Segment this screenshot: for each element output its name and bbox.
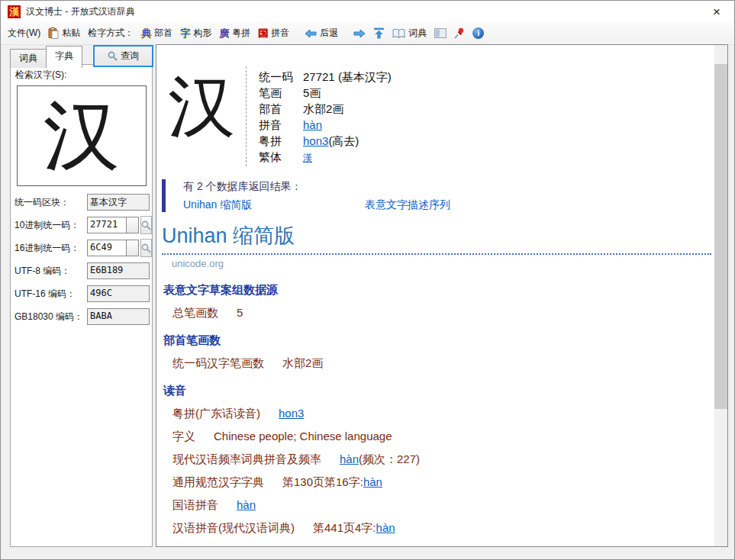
dictionary-button[interactable]: 词典 (388, 24, 430, 42)
database-results: 有 2 个数据库返回结果： Unihan 缩简版 表意文字描述序列 (162, 179, 714, 212)
data-row: 通用规范汉字字典第130页第16字:hàn (172, 475, 714, 489)
forward-arrow-icon (353, 29, 366, 38)
toggle-panel-button[interactable] (430, 26, 450, 40)
go-top-button[interactable] (369, 25, 388, 41)
stepper-buttons (126, 217, 139, 233)
result-count-note: 有 2 个数据库返回结果： (183, 179, 450, 193)
close-button[interactable]: × (699, 1, 734, 22)
field-label: GB18030 编码： (15, 311, 87, 323)
window-title: 汉文博士 - 开放式汉语辞典 (26, 5, 135, 18)
tab-cidian[interactable]: 词典 (10, 49, 47, 68)
field-label: 拼音 (259, 117, 303, 133)
field-label: 部首 (259, 101, 303, 117)
row-label: 国语拼音 (172, 498, 218, 511)
stepper-down-button[interactable] (127, 225, 138, 233)
mode-structure-button[interactable]: 字 构形 (176, 24, 215, 42)
field-value: 水部2画 (303, 102, 343, 115)
forward-button[interactable] (350, 27, 369, 40)
reading-link[interactable]: hàn (237, 498, 256, 511)
hex-code-input[interactable]: 6C49 (87, 240, 126, 256)
row-label: 字义 (172, 430, 195, 443)
mode-structure-label: 构形 (193, 27, 211, 40)
mode-jyutping-button[interactable]: 廣 粤拼 (215, 24, 254, 42)
result-panel: 汉 统一码27721 (基本汉字) 笔画5画 部首水部2画 拼音hàn 粤拼ho… (156, 44, 728, 547)
row-label: 通用规范汉字字典 (172, 475, 264, 488)
panel-layout-icon (434, 28, 446, 38)
lookup-decimal-button[interactable] (140, 216, 152, 234)
web-search-button[interactable] (293, 31, 301, 36)
stepper-up-button[interactable] (127, 217, 138, 225)
row-value: 水部2画 (282, 356, 323, 369)
search-mode-label: 检字方式： (84, 24, 137, 42)
pin-button[interactable] (450, 25, 469, 41)
section-heading-readings: 读音 (163, 384, 714, 397)
row-label: 汉语拼音(现代汉语词典) (172, 521, 295, 534)
gb18030-field[interactable]: BABA (87, 308, 150, 325)
decimal-code-input[interactable]: 27721 (87, 217, 126, 233)
file-menu-label: 文件(W) (8, 27, 40, 40)
article-source[interactable]: unicode.org (172, 258, 714, 269)
field-label: 10进制统一码： (15, 219, 87, 232)
stepper-up-button[interactable] (127, 240, 138, 248)
search-icon (108, 51, 118, 61)
mode-radical-button[interactable]: 典 部首 (137, 24, 176, 42)
result-link-ids[interactable]: 表意文字描述序列 (365, 198, 450, 212)
scroll-up-button[interactable] (714, 47, 727, 60)
scrollbar-thumb[interactable] (714, 64, 727, 409)
reading-link[interactable]: hàn (376, 521, 395, 534)
data-row: 粤拼(广东话读音)hon3 (172, 406, 714, 420)
field-label: UTF-16 编码： (15, 288, 87, 301)
result-link-unihan[interactable]: Unihan 缩简版 (183, 198, 252, 211)
article-title: Unihan 缩简版 (162, 222, 711, 255)
mode-pinyin-label: 拼音 (271, 27, 289, 40)
maximize-button[interactable] (664, 1, 699, 22)
unicode-block-field[interactable]: 基本汉字 (87, 194, 150, 211)
result-body: 有 2 个数据库返回结果： Unihan 缩简版 表意文字描述序列 (183, 179, 450, 212)
field-label: 统一码区块： (15, 196, 87, 209)
mode-pinyin-button[interactable]: 国 拼音 (254, 24, 293, 42)
zi-icon: 字 (180, 28, 190, 38)
back-dropdown-button[interactable] (342, 31, 350, 36)
row-label: 总笔画数 (172, 306, 218, 319)
row-post: (频次：227) (359, 452, 420, 465)
query-button[interactable]: 查询 (93, 45, 153, 67)
pinyin-link[interactable]: hàn (303, 118, 322, 131)
vertical-scrollbar[interactable] (714, 45, 727, 546)
character-header: 汉 统一码27721 (基本汉字) 笔画5画 部首水部2画 拼音hàn 粤拼ho… (162, 65, 714, 166)
back-button[interactable]: 后退 (301, 24, 342, 42)
minimize-button[interactable] (629, 1, 664, 22)
paste-label: 粘贴 (62, 27, 80, 40)
tab-zidian[interactable]: 字典 (46, 46, 82, 68)
header-divider (246, 66, 247, 166)
stepper-buttons (126, 240, 139, 256)
row-pre: 第130页第16字: (282, 475, 363, 488)
close-icon: × (713, 5, 720, 18)
data-row: 总笔画数5 (172, 305, 714, 320)
search-char-label: 检索汉字(S): (15, 69, 152, 82)
lookup-hex-button[interactable] (140, 239, 152, 257)
stepper-down-button[interactable] (127, 248, 138, 256)
about-button[interactable]: i (469, 25, 488, 41)
header-row-pinyin: 拼音hàn (259, 117, 392, 133)
app-icon: 漢 (8, 5, 21, 18)
field-utf16: UTF-16 编码： 496C (15, 285, 150, 302)
traditional-form-link[interactable]: 漢 (303, 153, 312, 163)
window-controls: × (629, 1, 734, 22)
reading-link[interactable]: hàn (363, 475, 382, 488)
top-arrow-icon (373, 27, 385, 39)
scroll-down-button[interactable] (714, 532, 727, 545)
utf16-field[interactable]: 496C (87, 285, 150, 302)
reading-link[interactable]: hon3 (279, 407, 304, 420)
section-heading-radical-strokes: 部首笔画数 (163, 333, 714, 347)
file-menu-button[interactable]: 文件(W) (4, 24, 44, 42)
paste-button[interactable]: 粘贴 (44, 24, 84, 42)
data-row: 字义Chinese people; Chinese language (172, 429, 714, 443)
encoding-fields: 统一码区块： 基本汉字 10进制统一码： 27721 16进制统一码： 6C49 (11, 194, 152, 325)
reading-link[interactable]: hàn (340, 452, 359, 465)
pin-icon (454, 27, 465, 39)
search-char-display[interactable]: 汉 (17, 85, 147, 186)
header-row-strokes: 笔画5画 (259, 85, 392, 101)
utf8-field[interactable]: E6B189 (87, 262, 150, 279)
field-label: 统一码 (259, 69, 303, 85)
jyutping-link[interactable]: hon3 (303, 134, 328, 147)
